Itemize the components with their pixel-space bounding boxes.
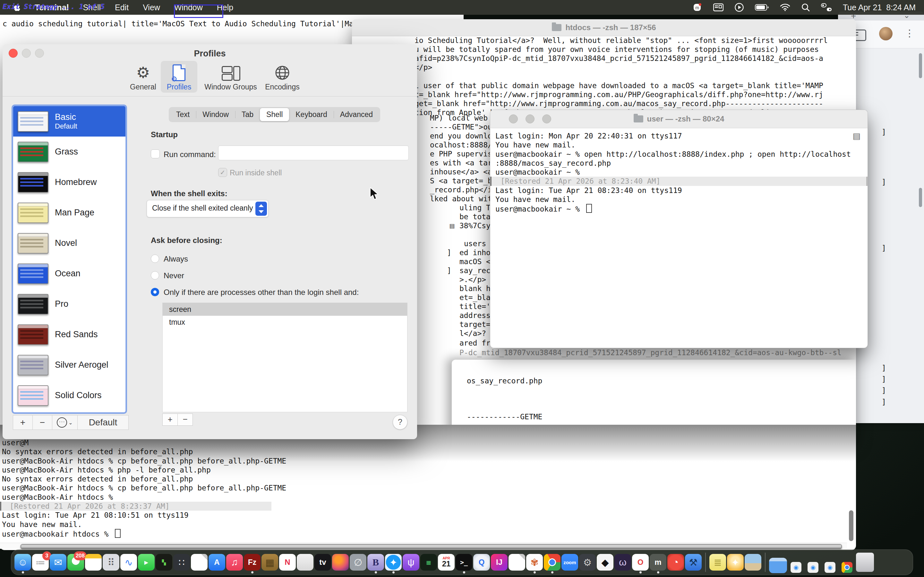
bulb-app[interactable]: ✦ [727, 554, 744, 571]
terminal[interactable]: >_ [456, 554, 472, 571]
screen-time[interactable]: ∅ [350, 554, 367, 571]
status-app-icon[interactable]: m [693, 3, 702, 12]
tab[interactable]: Window [196, 108, 235, 121]
desktop-preview[interactable] [745, 554, 761, 571]
hammer-app[interactable]: ⚒ [685, 554, 702, 571]
tab[interactable]: Advanced [334, 108, 379, 121]
run-command-checkbox[interactable] [151, 149, 160, 158]
profile-list-item[interactable]: Homebrew [13, 167, 126, 197]
quicktime[interactable]: Q [473, 554, 490, 571]
radio-always[interactable] [151, 255, 159, 263]
calculator[interactable]: ∷ [173, 554, 190, 571]
profile-list-item[interactable]: Basic Default [13, 106, 126, 137]
paint[interactable]: ✾ [526, 554, 543, 571]
kebab-menu-icon[interactable]: ⋮ [905, 27, 914, 39]
scrollbar-thumb[interactable] [919, 188, 922, 207]
vertical-scrollbar-thumb[interactable] [849, 510, 853, 541]
mini-chrome[interactable] [842, 562, 853, 573]
mini-safari-3[interactable]: ◉ [825, 562, 835, 573]
toolbar-window-groups[interactable]: Window Groups [200, 63, 261, 91]
system-settings[interactable]: ⚙ [579, 554, 596, 571]
mail[interactable]: ✉ [50, 554, 66, 571]
freeform[interactable]: ∿ [120, 554, 137, 571]
cat-app[interactable]: ω [614, 554, 631, 571]
add-profile-button[interactable]: + [13, 415, 33, 430]
notes[interactable] [85, 554, 102, 571]
archive-brown[interactable]: ▦ [262, 554, 278, 571]
profile-list-item[interactable]: Silver Aerogel [13, 350, 126, 380]
profile-list-item[interactable]: Red Sands [13, 319, 126, 350]
mini-safari-1[interactable]: ◉ [790, 562, 801, 573]
zoom[interactable]: zoom [561, 554, 578, 571]
podcasts[interactable]: ψ [403, 554, 419, 571]
profile-list-item[interactable]: Man Page [13, 197, 126, 228]
battery-icon[interactable] [755, 4, 769, 11]
front-terminal-content[interactable]: user@MNo syntax errors detected in befor… [2, 438, 856, 538]
play-status-icon[interactable] [734, 3, 744, 12]
user-terminal-window[interactable]: user — -zsh — 80×24 ▤ Last login: Mon Ap… [490, 110, 868, 348]
process-list-item[interactable]: screen [163, 303, 407, 316]
process-list-item[interactable]: tmux [163, 316, 407, 329]
firefox[interactable] [332, 554, 349, 571]
profile-list-item[interactable]: Solid Colors [13, 380, 126, 411]
remove-process-button[interactable]: − [178, 414, 193, 426]
add-process-button[interactable]: + [162, 414, 178, 426]
run-command-input[interactable] [218, 145, 409, 160]
app-store[interactable]: A [208, 554, 225, 571]
trash[interactable] [856, 553, 874, 572]
remove-profile-button[interactable]: − [32, 415, 52, 430]
tab[interactable]: Keyboard [289, 108, 333, 121]
mini-safari-2[interactable]: ◉ [808, 562, 819, 573]
keyboard-status-icon[interactable] [713, 3, 724, 11]
code-dark[interactable]: ▦ [420, 554, 437, 571]
htdocs-titlebar[interactable]: htdocs — -zsh — 187×56 [352, 19, 856, 36]
finder[interactable]: ☺ [15, 554, 31, 571]
messages[interactable]: 208 [67, 554, 84, 571]
profile-list-item[interactable]: Grass [13, 137, 126, 167]
document[interactable] [509, 554, 525, 571]
radio-never[interactable] [151, 271, 159, 279]
textedit[interactable] [191, 554, 208, 571]
menu-edit[interactable]: Edit [115, 3, 129, 12]
settings-tabs[interactable]: TextWindowTabShellKeyboardAdvanced [169, 107, 380, 122]
scrollbar-thumb[interactable] [919, 53, 922, 78]
menu-clock[interactable]: Tue Apr 21 8:24 AM [843, 3, 916, 12]
control-center-icon[interactable] [821, 3, 832, 11]
divider-2[interactable] [765, 553, 766, 572]
launchpad[interactable]: ⠿ [103, 554, 120, 571]
profile-list-item[interactable]: Ocean [13, 258, 126, 289]
reminders[interactable]: ≔ 3 [32, 554, 49, 571]
default-button[interactable]: Default [78, 415, 129, 430]
profile-list-item[interactable]: Pro [13, 289, 126, 319]
inkscape[interactable]: ◆ [597, 554, 614, 571]
radio-only-if-processes[interactable] [151, 288, 159, 296]
chrome[interactable] [544, 554, 561, 571]
front-terminal-window[interactable]: user@MNo syntax errors detected in befor… [0, 425, 856, 550]
run-inside-shell-checkbox[interactable]: ✓ [218, 168, 227, 177]
intellij[interactable]: IJ [491, 554, 507, 571]
music[interactable]: ♫ [226, 554, 243, 571]
toolbar-encodings[interactable]: Encodings [258, 63, 306, 91]
tab[interactable]: Tab [235, 108, 260, 121]
calendar[interactable]: 21 [438, 554, 455, 571]
profile-list[interactable]: Basic Default Grass Homebrew Man Pag [13, 106, 126, 413]
stickies[interactable]: ≣ [709, 554, 726, 571]
tab[interactable]: Shell [260, 108, 289, 121]
shell-exit-popup[interactable]: Close if the shell exited cleanly [147, 200, 268, 218]
tab[interactable]: Text [170, 108, 196, 121]
divider-1[interactable] [705, 553, 706, 572]
toolbar-profiles[interactable]: Profiles [155, 63, 203, 91]
user-terminal-content[interactable]: Last login: Mon Apr 20 22:40:31 on ttys1… [490, 128, 867, 348]
opera[interactable]: O [632, 554, 649, 571]
search-icon[interactable] [801, 3, 810, 12]
keys-app[interactable] [297, 554, 313, 571]
dark-utility[interactable]: ▚ [156, 554, 172, 571]
more-actions-button[interactable]: ··· ⌄ [52, 415, 78, 430]
filezilla[interactable]: Fz [244, 554, 260, 571]
terminal-profiles-window[interactable]: Profiles ⚙ General Profiles Window Group… [3, 44, 417, 439]
profile-avatar[interactable] [879, 27, 893, 40]
profile-list-item[interactable]: Novel [13, 228, 126, 258]
bbedit[interactable]: B [367, 554, 384, 571]
scrollbar-thumb[interactable] [21, 544, 842, 549]
user-titlebar[interactable]: user — -zsh — 80×24 [490, 110, 867, 128]
